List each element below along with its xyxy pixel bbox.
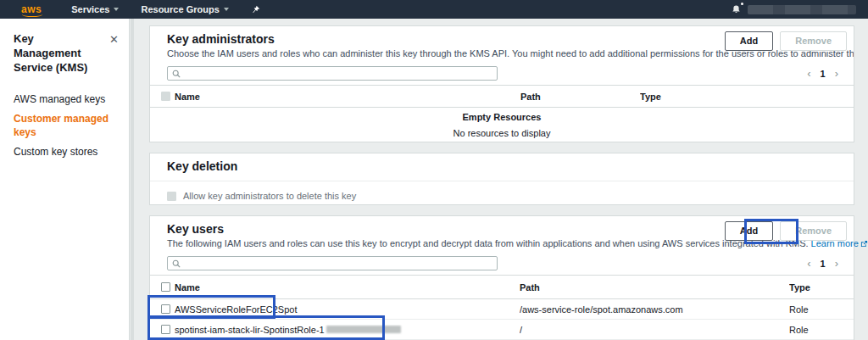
column-name[interactable]: Name <box>175 282 520 293</box>
remove-button: Remove <box>780 221 847 241</box>
search-box <box>167 66 498 81</box>
key-users-table: Name Path Type AWSServiceRoleForEC2Spot … <box>150 275 854 340</box>
pushpin-icon[interactable] <box>251 5 260 14</box>
key-administrators-table: Name Path Type Empty Resources No resour… <box>150 85 854 138</box>
remove-button: Remove <box>780 31 847 51</box>
add-button[interactable]: Add <box>725 221 773 241</box>
column-type[interactable]: Type <box>789 282 854 293</box>
key-deletion-panel: Key deletion Allow key administrators to… <box>149 153 854 205</box>
row-type: Role <box>789 304 854 315</box>
main-content: Add Remove Key administrators Choose the… <box>131 19 868 340</box>
sidebar-item-customer-managed-keys[interactable]: Customer managed keys <box>0 109 129 142</box>
sidebar-title: Key Management Service (KMS) <box>0 19 129 75</box>
column-type[interactable]: Type <box>640 92 854 102</box>
allow-delete-checkbox[interactable] <box>167 192 176 201</box>
search-icon <box>172 259 181 268</box>
panel-title: Key deletion <box>150 153 854 174</box>
page-number[interactable]: 1 <box>821 259 826 269</box>
scrollbar[interactable] <box>131 19 134 340</box>
chevron-down-icon <box>224 8 229 11</box>
select-all-checkbox[interactable] <box>161 92 170 101</box>
sidebar: Key Management Service (KMS) ✕ AWS manag… <box>0 19 130 340</box>
empty-title: Empty Resources <box>150 112 854 122</box>
page-prev-icon[interactable]: ‹ <box>807 258 810 269</box>
row-checkbox[interactable] <box>161 304 170 314</box>
chevron-down-icon <box>114 8 119 11</box>
pagination: ‹ 1 › <box>807 258 838 269</box>
row-checkbox[interactable] <box>161 325 170 334</box>
nav-right-group <box>732 4 856 14</box>
column-name[interactable]: Name <box>175 92 520 102</box>
column-path[interactable]: Path <box>520 282 789 293</box>
description-text: The following IAM users and roles can us… <box>167 238 809 248</box>
close-icon[interactable]: ✕ <box>109 34 119 45</box>
key-administrators-panel: Add Remove Key administrators Choose the… <box>149 25 854 142</box>
row-name-text: spotinst-iam-stack-lir-SpotinstRole-1 <box>175 325 325 335</box>
top-navigation-bar: aws Services Resource Groups <box>0 0 868 19</box>
row-name: spotinst-iam-stack-lir-SpotinstRole-1 <box>175 325 520 335</box>
search-input[interactable] <box>184 258 492 269</box>
notification-dot <box>741 3 743 5</box>
key-users-panel: Add Remove Key users The following IAM u… <box>149 215 854 340</box>
row-path: /aws-service-role/spot.amazonaws.com <box>520 304 789 315</box>
select-all-checkbox[interactable] <box>161 282 170 292</box>
nav-resource-groups[interactable]: Resource Groups <box>141 4 228 14</box>
row-type: Role <box>789 325 854 335</box>
row-path: / <box>520 325 789 335</box>
table-header: Name Path Type <box>150 86 854 108</box>
empty-state: Empty Resources No resources to display <box>150 108 854 138</box>
account-name-redacted[interactable] <box>748 5 856 14</box>
page-number[interactable]: 1 <box>821 69 826 79</box>
sidebar-item-custom-key-stores[interactable]: Custom key stores <box>0 142 129 163</box>
nav-services[interactable]: Services <box>71 4 119 14</box>
table-header: Name Path Type <box>150 276 854 299</box>
pagination: ‹ 1 › <box>807 68 838 79</box>
add-button[interactable]: Add <box>725 31 773 51</box>
page-next-icon[interactable]: › <box>835 258 838 269</box>
allow-delete-label: Allow key administrators to delete this … <box>183 191 356 201</box>
search-input[interactable] <box>184 68 492 79</box>
search-box <box>167 256 498 270</box>
table-row[interactable]: AWSServiceRoleForEC2Spot /aws-service-ro… <box>150 299 854 320</box>
nav-services-label: Services <box>71 4 109 14</box>
aws-logo[interactable]: aws <box>21 4 42 14</box>
empty-subtitle: No resources to display <box>150 128 854 138</box>
redacted-text <box>326 326 401 333</box>
sidebar-nav: AWS managed keys Customer managed keys C… <box>0 90 129 163</box>
nav-resource-groups-label: Resource Groups <box>141 4 219 14</box>
bell-icon[interactable] <box>732 4 741 14</box>
column-path[interactable]: Path <box>520 92 640 102</box>
page-prev-icon[interactable]: ‹ <box>807 68 810 79</box>
sidebar-item-aws-managed-keys[interactable]: AWS managed keys <box>0 90 129 110</box>
external-link-icon <box>860 238 868 250</box>
page-next-icon[interactable]: › <box>835 68 838 79</box>
table-row[interactable]: spotinst-iam-stack-lir-SpotinstRole-1 / … <box>150 320 854 340</box>
row-name: AWSServiceRoleForEC2Spot <box>175 304 520 315</box>
search-icon <box>172 70 181 78</box>
